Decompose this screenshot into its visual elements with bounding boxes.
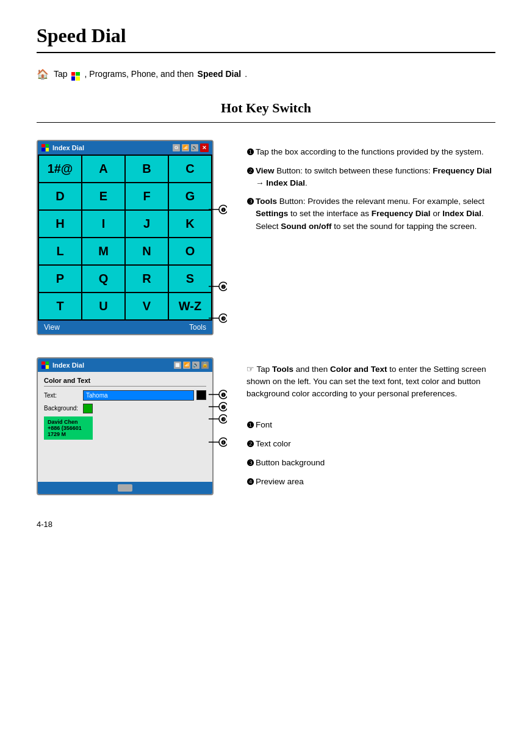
windows-logo: [71, 68, 81, 81]
list-item-4: ❹ Preview area: [246, 476, 495, 489]
tap-path: , Programs, Phone, and then: [85, 69, 194, 79]
preview-name: David Chen: [48, 419, 89, 425]
callout-3: ❸: [209, 313, 227, 324]
font-input[interactable]: Tahoma: [83, 390, 194, 401]
desc-intro-text: ☞ Tap Tools and then Color and Text to e…: [246, 363, 495, 401]
desc-item-2: ❷ View Button: to switch between these f…: [246, 165, 495, 190]
preview-card: David Chen +886 (356601 1729 M: [44, 416, 93, 440]
lock-icon: 🔒: [201, 362, 209, 369]
callout-2-1: ❶: [209, 389, 227, 400]
dial-cell-15[interactable]: O: [169, 238, 211, 264]
dial-cell-21[interactable]: U: [82, 293, 124, 319]
dial-cell-11[interactable]: K: [169, 211, 211, 237]
list-item-2: ❷ Text color: [246, 438, 495, 451]
dial-cell-8[interactable]: H: [39, 211, 81, 237]
tools-button[interactable]: Tools: [189, 323, 206, 332]
bg-color-swatch[interactable]: [83, 404, 93, 413]
dial-cell-9[interactable]: I: [82, 211, 124, 237]
phone-mockup-2: Index Dial ▦ 📶 🔊 🔒 Color and Text Text: …: [37, 357, 214, 495]
list-text-1: Font: [256, 419, 495, 432]
phone-diagram-2: Index Dial ▦ 📶 🔊 🔒 Color and Text Text: …: [37, 357, 214, 495]
volume-icon-2: 🔊: [192, 362, 200, 369]
view-button[interactable]: View: [44, 323, 60, 332]
preview-num: 1729 M: [48, 431, 89, 437]
page-title: Speed Dial: [37, 24, 495, 47]
dial-cell-5[interactable]: E: [82, 183, 124, 209]
dial-cell-19[interactable]: S: [169, 266, 211, 292]
desc-num-3: ❸: [246, 195, 254, 233]
phone-diagram-1: Index Dial G 📶 🔊 ✕ 1#@ A B C D E F G H: [37, 140, 214, 335]
dial-cell-0[interactable]: 1#@: [39, 156, 81, 182]
signal-icon-2: ▦: [174, 362, 181, 369]
title-divider: [37, 52, 495, 53]
desc-text-2: View Button: to switch between these fun…: [256, 165, 495, 190]
svg-text:❷: ❷: [221, 404, 226, 410]
bg-label: Background:: [44, 405, 81, 412]
desc-text-3: Tools Button: Provides the relevant menu…: [256, 195, 495, 233]
svg-text:❶: ❶: [221, 207, 226, 213]
dial-cell-2[interactable]: B: [126, 156, 168, 182]
section1-content: Index Dial G 📶 🔊 ✕ 1#@ A B C D E F G H: [37, 140, 495, 335]
font-row: Text: Tahoma: [44, 390, 206, 401]
list-text-3: Button background: [256, 457, 495, 470]
list-num-1: ❶: [246, 419, 254, 432]
dial-grid: 1#@ A B C D E F G H I J K L M N O P Q R …: [38, 154, 212, 321]
titlebar-win-icon-2: [41, 362, 49, 369]
list-item-1: ❶ Font: [246, 419, 495, 432]
dial-cell-10[interactable]: J: [126, 211, 168, 237]
dial-cell-3[interactable]: C: [169, 156, 211, 182]
network-icon: 📶: [182, 144, 189, 151]
section1-title: Hot Key Switch: [37, 100, 495, 116]
dial-cell-16[interactable]: P: [39, 266, 81, 292]
dial-cell-20[interactable]: T: [39, 293, 81, 319]
dial-cell-22[interactable]: V: [126, 293, 168, 319]
svg-text:❶: ❶: [221, 392, 226, 398]
menu-button[interactable]: [118, 484, 132, 492]
titlebar-icons-1: G 📶 🔊 ✕: [173, 144, 209, 152]
signal-icon: G: [173, 144, 180, 151]
dial-cell-4[interactable]: D: [39, 183, 81, 209]
list-item-3: ❸ Button background: [246, 457, 495, 470]
desc-intro: ☞ Tap Tools and then Color and Text to e…: [246, 363, 495, 401]
color-text-header: Color and Text: [44, 377, 206, 387]
section2-descriptions: ☞ Tap Tools and then Color and Text to e…: [246, 363, 495, 495]
dial-cell-14[interactable]: N: [126, 238, 168, 264]
desc-item-3: ❸ Tools Button: Provides the relevant me…: [246, 195, 495, 233]
tap-word: Tap: [54, 69, 68, 79]
page-number: 4-18: [37, 520, 495, 529]
bg-row: Background:: [44, 404, 206, 413]
dial-cell-18[interactable]: R: [126, 266, 168, 292]
close-icon[interactable]: ✕: [200, 144, 209, 152]
titlebar-icons-2: ▦ 📶 🔊 🔒: [174, 362, 209, 369]
list-num-3: ❸: [246, 457, 254, 470]
volume-icon: 🔊: [191, 144, 198, 151]
dial-cell-12[interactable]: L: [39, 238, 81, 264]
phone-titlebar-1: Index Dial G 📶 🔊 ✕: [38, 141, 212, 154]
preview-phone: +886 (356601: [48, 425, 89, 431]
callout-1: ❶: [209, 204, 227, 215]
svg-text:❸: ❸: [221, 416, 226, 423]
phone-bottombar-1: View Tools: [38, 321, 212, 334]
tap-suffix: .: [245, 69, 247, 79]
phone-bottom-2: [38, 482, 212, 494]
dial-cell-7[interactable]: G: [169, 183, 211, 209]
titlebar-text-2: Index Dial: [52, 362, 84, 369]
dial-cell-13[interactable]: M: [82, 238, 124, 264]
dial-cell-17[interactable]: Q: [82, 266, 124, 292]
svg-text:❸: ❸: [221, 316, 226, 322]
list-text-2: Text color: [256, 438, 495, 451]
list-num-2: ❷: [246, 438, 254, 451]
list-num-4: ❹: [246, 476, 254, 489]
dial-cell-1[interactable]: A: [82, 156, 124, 182]
phone-titlebar-2: Index Dial ▦ 📶 🔊 🔒: [38, 358, 212, 372]
tap-instruction: 🏠 Tap , Programs, Phone, and then Speed …: [37, 68, 495, 81]
callout-2-4: ❹: [209, 437, 227, 448]
desc-item-1: ❶ Tap the box according to the functions…: [246, 146, 495, 159]
desc-text-1: Tap the box according to the functions p…: [256, 146, 495, 159]
phone-inner-panel: Color and Text Text: Tahoma Background: …: [38, 372, 212, 482]
titlebar-win-icon: [41, 144, 49, 151]
dial-cell-6[interactable]: F: [126, 183, 168, 209]
font-color-square[interactable]: [196, 390, 206, 400]
text-label: Text:: [44, 392, 81, 399]
dial-cell-23[interactable]: W-Z: [169, 293, 211, 319]
